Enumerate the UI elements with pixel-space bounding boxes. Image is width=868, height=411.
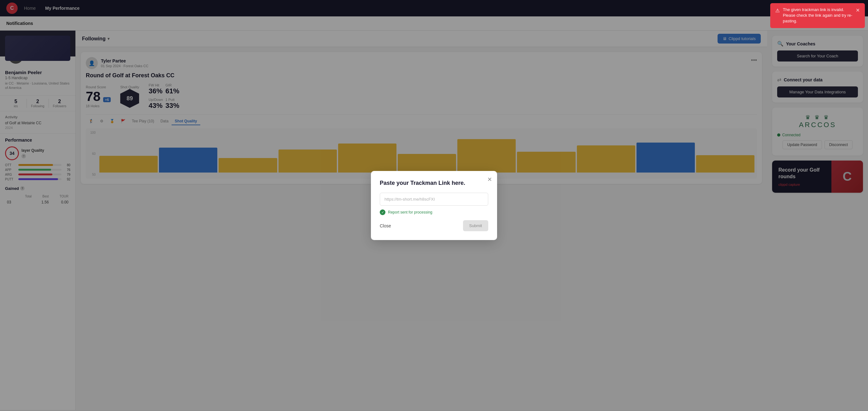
modal-success-message: ✓ Report sent for processing <box>380 210 488 215</box>
modal-title: Paste your Trackman Link here. <box>380 180 488 186</box>
success-text: Report sent for processing <box>388 210 432 215</box>
error-toast: ⚠ The given trackman link is invalid. Pl… <box>770 3 865 28</box>
error-message: The given trackman link is invalid. Plea… <box>783 7 852 24</box>
modal-actions: Close Submit <box>380 220 488 231</box>
toast-close-icon[interactable]: ✕ <box>856 7 860 14</box>
modal-close-icon[interactable]: ✕ <box>487 176 492 183</box>
warning-icon: ⚠ <box>775 7 780 14</box>
modal: Paste your Trackman Link here. ✕ ✓ Repor… <box>371 171 497 240</box>
modal-submit-button[interactable]: Submit <box>463 220 488 231</box>
success-icon: ✓ <box>380 210 385 215</box>
modal-overlay: Paste your Trackman Link here. ✕ ✓ Repor… <box>0 0 868 411</box>
trackman-link-input[interactable] <box>380 193 488 205</box>
modal-close-button[interactable]: Close <box>380 223 391 228</box>
